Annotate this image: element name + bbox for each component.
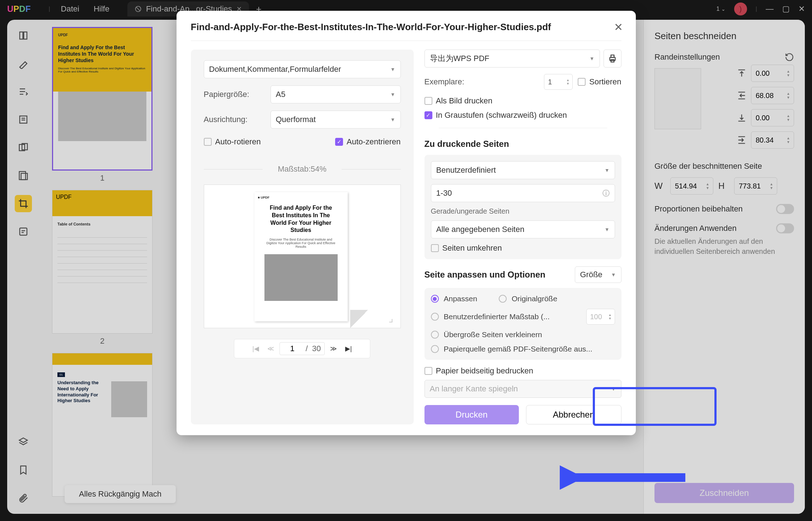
- pager-last-icon[interactable]: ▶|: [342, 342, 355, 355]
- orientation-dropdown[interactable]: Querformat▼: [271, 111, 401, 129]
- info-icon[interactable]: ⓘ: [602, 189, 610, 198]
- fit-mode-dropdown[interactable]: Größe▼: [575, 266, 621, 283]
- print-preview: ■ UPDF Find and Apply For the Best Insti…: [204, 185, 401, 328]
- radio-original[interactable]: Originalgröße: [499, 294, 557, 303]
- paper-size-label: Papiergröße:: [204, 90, 265, 99]
- pager-first-icon[interactable]: |◀: [249, 342, 262, 355]
- radio-custom-scale[interactable]: Benutzerdefinierter Maßstab (...: [431, 312, 550, 321]
- pages-section-title: Zu druckende Seiten: [424, 139, 621, 149]
- radio-paper-source[interactable]: Papierquelle gemäß PDF-Seitengröße aus..…: [431, 345, 615, 353]
- page-range-type-dropdown[interactable]: Benutzerdefiniert▼: [431, 161, 615, 179]
- copies-input[interactable]: 1▲▼: [544, 74, 573, 90]
- custom-scale-input[interactable]: 100▲▼: [586, 309, 615, 325]
- printer-icon: [608, 54, 617, 63]
- scale-label: Maßstab:54%: [204, 164, 401, 174]
- pager-prev-icon[interactable]: ≪: [264, 342, 277, 355]
- sort-checkbox[interactable]: Sortieren: [578, 77, 621, 87]
- grayscale-checkbox[interactable]: ✓In Graustufen (schwarzweiß) drucken: [424, 111, 621, 120]
- print-as-image-checkbox[interactable]: Als Bild drucken: [424, 96, 621, 106]
- reverse-pages-checkbox[interactable]: Seiten umkehren: [431, 243, 615, 253]
- svg-rect-8: [611, 55, 614, 57]
- annotation-highlight: [593, 387, 717, 426]
- pager-total: 30: [312, 344, 321, 353]
- radio-fit[interactable]: Anpassen: [431, 294, 477, 303]
- duplex-mode-dropdown: An langer Kante spiegeln▼: [424, 380, 621, 398]
- modal-backdrop: Find-and-Apply-For-the-Best-Institutes-I…: [0, 0, 812, 521]
- print-options-pane: 导出为WPS PDF▼ Exemplare: 1▲▼ Sortieren Als…: [424, 50, 621, 424]
- pager-next-icon[interactable]: ≫: [327, 342, 340, 355]
- print-preview-pane: Dokument,Kommentar,Formularfelder▼ Papie…: [191, 50, 414, 424]
- dialog-close-icon[interactable]: ✕: [614, 21, 623, 33]
- printer-dropdown[interactable]: 导出为WPS PDF▼: [424, 50, 600, 68]
- odd-even-dropdown[interactable]: Alle angegebenen Seiten▼: [431, 220, 615, 238]
- print-content-dropdown[interactable]: Dokument,Kommentar,Formularfelder▼: [204, 60, 401, 78]
- radio-shrink[interactable]: Übergroße Seiten verkleinern: [431, 330, 615, 339]
- page-range-input[interactable]: 1-30ⓘ: [431, 184, 615, 202]
- copies-label: Exemplare:: [424, 77, 464, 87]
- preview-pager: |◀ ≪ / 30 ≫ ▶|: [234, 339, 370, 358]
- pager-current-input[interactable]: [283, 344, 301, 353]
- dialog-title: Find-and-Apply-For-the-Best-Institutes-I…: [191, 22, 621, 33]
- auto-rotate-checkbox[interactable]: Auto-rotieren: [204, 137, 261, 146]
- paper-size-dropdown[interactable]: A5▼: [271, 85, 401, 103]
- duplex-checkbox[interactable]: Papier beidseitig bedrucken: [424, 366, 621, 376]
- fit-section-title: Seite anpassen und Optionen: [424, 270, 545, 280]
- print-button[interactable]: Drucken: [424, 405, 519, 424]
- orientation-label: Ausrichtung:: [204, 115, 265, 124]
- odd-even-label: Gerade/ungerade Seiten: [431, 207, 615, 215]
- printer-settings-button[interactable]: [604, 50, 621, 68]
- print-dialog: Find-and-Apply-For-the-Best-Institutes-I…: [177, 11, 636, 435]
- auto-center-checkbox[interactable]: ✓Auto-zentrieren: [335, 137, 400, 146]
